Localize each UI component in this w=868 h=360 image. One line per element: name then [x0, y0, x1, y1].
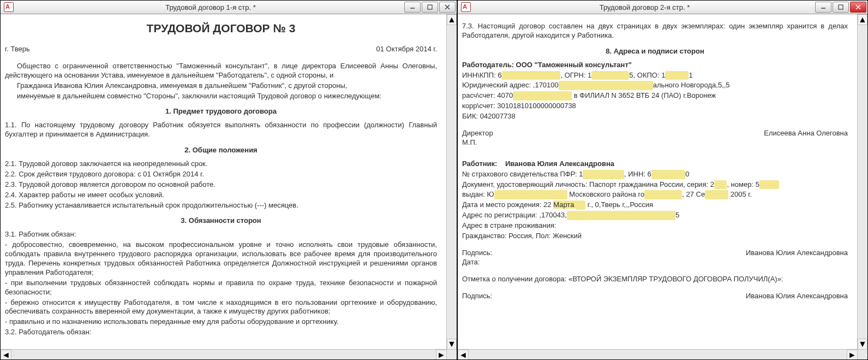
redacted: xx: [576, 200, 585, 210]
windows-container: Трудовой договор 1-я стр. * ТРУДОВОЙ ДОГ…: [0, 0, 868, 360]
titlebar-page1[interactable]: Трудовой договор 1-я стр. *: [1, 1, 457, 14]
redacted: xxxxxxxxxxxxxxxx: [501, 71, 560, 80]
birth-line: Дата и место рождения: 22 Марта xx г., 0…: [462, 200, 848, 210]
issued-line: выдан: Юxxxxxxxxxxxxxxxxxxxx Московского…: [462, 190, 848, 199]
horizontal-scrollbar[interactable]: ◄ ►: [1, 349, 447, 359]
scroll-right-button[interactable]: ►: [436, 350, 447, 359]
s2-4: 2.4. Характер работы не имеет особых усл…: [5, 191, 437, 200]
s1-1: 1.1. По настоящему трудовому договору Ра…: [5, 121, 437, 139]
director-row: Директор Елисеева Анна Олеговна: [462, 129, 848, 138]
redacted: xxxxxxxxxxxxxxxxxxxxxxxxxxxxxx: [567, 211, 675, 220]
regaddr-line: Адрес по регистрации: ,170043,xxxxxxxxxx…: [462, 211, 848, 220]
sig2-row: Подпись: Иванова Юлия Александровна: [462, 292, 848, 301]
pfr-label: № страхового свидетельства ПФР: 1: [462, 170, 583, 178]
worker-head: Работник: Иванова Юлия Александровна: [462, 160, 848, 169]
regaddr-tail: 5: [675, 211, 679, 219]
window-page1: Трудовой договор 1-я стр. * ТРУДОВОЙ ДОГ…: [0, 0, 457, 360]
intro-3: именуемые в дальнейшем совместно "Сторон…: [5, 92, 437, 101]
redacted: xxxxxx: [705, 190, 728, 199]
scroll-down-button[interactable]: ▼: [447, 339, 457, 350]
scroll-up-button[interactable]: ▲: [447, 14, 457, 25]
redacted: xxxxx: [759, 180, 780, 190]
section-2-title: 2. Общие положения: [5, 146, 437, 155]
close-button[interactable]: [850, 2, 866, 13]
s3-2: 3.2. Работодатель обязан:: [5, 328, 437, 337]
app-icon: [461, 2, 471, 12]
maximize-button[interactable]: [422, 2, 438, 13]
redacted: xxxxxxxxxxxxxxxxxxxxxxxxxx: [559, 81, 653, 90]
intro-2: Гражданка Иванова Юлия Александровна, им…: [5, 81, 437, 91]
issued-mid: Московского района го: [567, 190, 645, 198]
legaddr-tail: ального Новгорода,5,,5: [653, 81, 730, 89]
s3-b1: - добросовестно, своевременно, на высоко…: [5, 240, 437, 278]
docnum-label: , номер: 5: [727, 180, 759, 188]
svg-rect-1: [839, 5, 843, 9]
doc-title: ТРУДОВОЙ ДОГОВОР № 3: [5, 22, 437, 35]
redacted: xxxxxxxxx: [651, 170, 686, 179]
scroll-up-button[interactable]: ▲: [858, 14, 867, 25]
s3-1: 3.1. Работник обязан:: [5, 230, 437, 239]
document-body-page1[interactable]: ТРУДОВОЙ ДОГОВОР № 3 г. Тверь 01 Октября…: [1, 14, 447, 350]
app-icon: [4, 2, 14, 12]
issued-label: выдан: Ю: [462, 190, 494, 198]
employer-head: Работодатель: ООО "Таможенный консультан…: [462, 61, 848, 70]
horizontal-scrollbar[interactable]: ◄ ►: [458, 349, 858, 359]
redacted: xxxxxxxxxxx: [583, 170, 624, 179]
sig2-name: Иванова Юлия Александровна: [746, 292, 848, 301]
maximize-button[interactable]: [833, 2, 849, 13]
document-body-page2[interactable]: 7.3. Настоящий договор составлен на двух…: [458, 14, 858, 350]
vertical-scrollbar[interactable]: ▲ ▼: [857, 14, 867, 350]
worker-label: Работник:: [462, 160, 497, 168]
close-button[interactable]: [439, 2, 456, 13]
liveaddr-line: Адрес в стране проживания:: [462, 221, 848, 231]
doc-date: 01 Октября 2014 г.: [376, 45, 438, 54]
scroll-track[interactable]: [858, 24, 867, 340]
redacted: xxxxxxxxxxxxxxxxxxxx: [494, 190, 567, 199]
section-3-title: 3. Обязанности сторон: [5, 216, 437, 226]
minimize-button[interactable]: [815, 2, 831, 13]
receipt-line: Отметка о получении договора: «ВТОРОЙ ЭК…: [462, 275, 848, 284]
legal-address-line: Юридический адрес: ,170100xxxxxxxxxxxxxx…: [462, 81, 848, 90]
titlebar-page2[interactable]: Трудовой договор 2-я стр. *: [458, 1, 867, 14]
scroll-track[interactable]: [447, 24, 457, 340]
s2-2: 2.2. Срок действия трудового договора: с…: [5, 170, 437, 179]
sig2-label: Подпись:: [462, 292, 492, 301]
birth-label: Дата и место рождения: 22: [462, 200, 553, 209]
citizen-line: Гражданство: Россия, Пол: Женский: [462, 232, 848, 241]
s2-5: 2.5. Работнику устанавливается испытател…: [5, 201, 437, 210]
s2-3: 2.3. Трудовой договор является договором…: [5, 180, 437, 190]
okpo-tail: 1: [689, 71, 692, 79]
s3-b3: - бережно относится к имуществу Работода…: [5, 298, 437, 317]
city: г. Тверь: [5, 45, 30, 54]
redacted: xxx: [714, 180, 727, 190]
window-controls: [404, 2, 457, 13]
regaddr-label: Адрес по регистрации: ,170043,: [462, 211, 567, 219]
redacted: xxxxxx: [665, 71, 689, 80]
intro-1: Общество с ограниченной ответственностью…: [5, 62, 437, 80]
birth-mid: Марта: [553, 200, 576, 209]
vertical-scrollbar[interactable]: ▲ ▼: [446, 14, 457, 350]
section-8-title: 8. Адреса и подписи сторон: [462, 47, 848, 56]
inn2-label: , ИНН: 6: [624, 170, 651, 178]
scroll-down-button[interactable]: ▼: [858, 339, 867, 350]
iddoc-label: Документ, удостоверяющий личность: Паспо…: [462, 180, 714, 188]
scroll-corner: [858, 350, 867, 359]
redacted: xxxxxxxxxx: [644, 190, 682, 199]
p7-3: 7.3. Настоящий договор составлен на двух…: [462, 22, 848, 40]
scroll-left-button[interactable]: ◄: [1, 350, 11, 359]
section-1-title: 1. Предмет трудового договора: [5, 107, 437, 116]
scroll-left-button[interactable]: ◄: [458, 350, 469, 359]
minimize-button[interactable]: [404, 2, 421, 13]
worker-name: Иванова Юлия Александровна: [505, 160, 614, 168]
s2-1: 2.1. Трудовой договор заключается на нео…: [5, 160, 437, 169]
window-title: Трудовой договор 1-я стр. *: [17, 3, 404, 11]
issued-year: 2005 г.: [728, 190, 752, 198]
scroll-right-button[interactable]: ►: [847, 350, 858, 359]
rs-label: расч\счет: 4070: [462, 91, 513, 99]
window-page2: Трудовой договор 2-я стр. * 7.3. Настоящ…: [457, 0, 868, 360]
inn-kpp-line: ИНН\КПП: 6xxxxxxxxxxxxxxxx, ОГРН: 1xxxxx…: [462, 71, 848, 80]
pfr-line: № страхового свидетельства ПФР: 1xxxxxxx…: [462, 170, 848, 179]
window-controls: [815, 2, 867, 13]
director-label: Директор: [462, 129, 493, 138]
innkpp-label: ИНН\КПП: 6: [462, 71, 501, 79]
